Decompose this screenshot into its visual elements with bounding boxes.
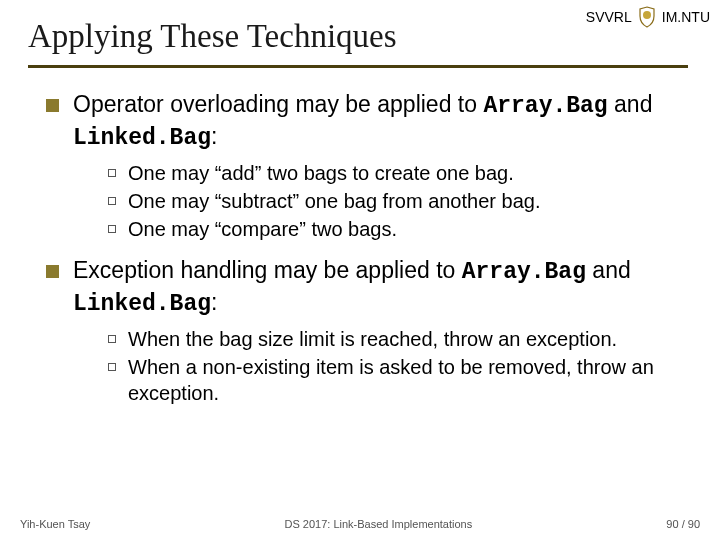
bullet-item-2: Exception handling may be applied to Arr… [46, 256, 680, 406]
text-fragment: Operator overloading may be applied to [73, 91, 483, 117]
sublist-1: One may “add” two bags to create one bag… [46, 160, 680, 242]
hollow-square-icon [108, 335, 116, 343]
hollow-square-icon [108, 197, 116, 205]
text-fragment: Exception handling may be applied to [73, 257, 462, 283]
svg-point-0 [643, 11, 651, 19]
bullet-2-text: Exception handling may be applied to Arr… [73, 256, 680, 320]
list-item: When a non-existing item is asked to be … [108, 354, 680, 406]
square-bullet-icon [46, 265, 59, 278]
header-bar: SVVRL IM.NTU [586, 6, 710, 28]
sub-text: One may “subtract” one bag from another … [128, 188, 540, 214]
text-fragment: : [211, 289, 217, 315]
code-text: Array.Bag [483, 93, 607, 119]
list-item: One may “add” two bags to create one bag… [108, 160, 680, 186]
footer-author: Yih-Kuen Tsay [20, 518, 90, 530]
footer: Yih-Kuen Tsay DS 2017: Link-Based Implem… [0, 518, 720, 530]
hollow-square-icon [108, 363, 116, 371]
text-fragment: and [586, 257, 631, 283]
bullet-1-text: Operator overloading may be applied to A… [73, 90, 680, 154]
code-text: Array.Bag [462, 259, 586, 285]
list-item: When the bag size limit is reached, thro… [108, 326, 680, 352]
code-text: Linked.Bag [73, 291, 211, 317]
list-item: One may “compare” two bags. [108, 216, 680, 242]
square-bullet-icon [46, 99, 59, 112]
header-left-label: SVVRL [586, 9, 632, 25]
hollow-square-icon [108, 225, 116, 233]
list-item: One may “subtract” one bag from another … [108, 188, 680, 214]
sub-text: When a non-existing item is asked to be … [128, 354, 680, 406]
shield-icon [638, 6, 656, 28]
code-text: Linked.Bag [73, 125, 211, 151]
sublist-2: When the bag size limit is reached, thro… [46, 326, 680, 406]
footer-page: 90 / 90 [666, 518, 700, 530]
sub-text: One may “add” two bags to create one bag… [128, 160, 514, 186]
hollow-square-icon [108, 169, 116, 177]
sub-text: When the bag size limit is reached, thro… [128, 326, 617, 352]
footer-title: DS 2017: Link-Based Implementations [90, 518, 666, 530]
content-area: Operator overloading may be applied to A… [0, 68, 720, 406]
text-fragment: : [211, 123, 217, 149]
sub-text: One may “compare” two bags. [128, 216, 397, 242]
header-right-label: IM.NTU [662, 9, 710, 25]
text-fragment: and [608, 91, 653, 117]
bullet-item-1: Operator overloading may be applied to A… [46, 90, 680, 242]
